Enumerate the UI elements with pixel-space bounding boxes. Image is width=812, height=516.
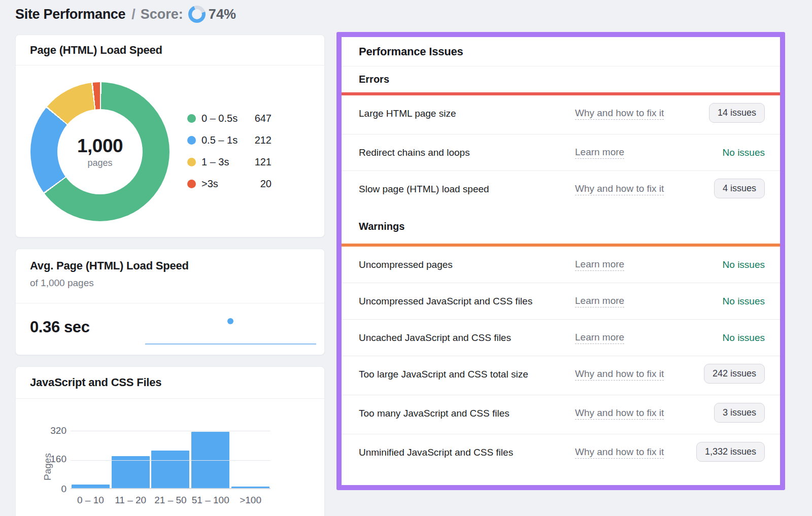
issues-section-warnings: WarningsUncompressed pagesLearn moreNo i… [342,210,780,473]
issues-section-errors: ErrorsLarge HTML page sizeWhy and how to… [342,66,780,210]
page-load-speed-card: Page (HTML) Load Speed 1,000 pages 0 – 0… [15,35,325,237]
panel-header: Performance Issues [342,37,780,66]
legend-label: 1 – 3s [201,156,249,168]
avg-load-speed-card: Avg. Page (HTML) Load Speed of 1,000 pag… [15,249,325,355]
score-ring-icon [188,6,206,23]
legend-item: >3s20 [187,173,272,195]
issue-title: Uncompressed JavaScript and CSS files [359,294,536,308]
why-how-to-fix-link[interactable]: Why and how to fix it [575,406,664,420]
score-ring-hole [192,9,202,19]
legend-item: 0 – 0.5s647 [187,108,272,129]
why-how-to-fix-link[interactable]: Why and how to fix it [575,182,664,195]
card-header: Avg. Page (HTML) Load Speed of 1,000 pag… [16,249,324,303]
x-tick-label: 21 – 50 [151,495,191,506]
y-axis-label: Pages [42,444,53,490]
donut-center: 1,000 pages [57,109,143,194]
bar-slot [190,431,230,488]
trend-line [145,343,316,345]
issues-count-button[interactable]: 1,332 issues [696,442,765,462]
legend-value: 212 [249,134,272,146]
issues-count-button[interactable]: 242 issues [704,364,765,384]
card-header: Page (HTML) Load Speed [16,35,324,65]
bar-21 – 50 [151,451,189,488]
legend-label: 0.5 – 1s [201,134,249,146]
card-title: Avg. Page (HTML) Load Speed [30,259,310,272]
score-value: 74% [209,7,236,22]
issue-title: Uncached JavaScript and CSS files [359,331,536,345]
issue-row: Slow page (HTML) load speedWhy and how t… [342,170,780,210]
avg-speed-value: 0.36 sec [30,318,89,336]
donut-total-label: pages [87,158,112,168]
bar-chart [71,431,270,489]
issue-title: Slow page (HTML) load speed [359,182,536,196]
bar->100 [231,487,269,488]
x-tick-label: 11 – 20 [111,495,151,506]
issue-row: Unminified JavaScript and CSS filesWhy a… [342,434,780,473]
card-subtitle: of 1,000 pages [30,278,310,289]
legend-value: 121 [249,156,272,168]
gridline [71,460,270,461]
bars [71,431,270,488]
bar-0 – 10 [72,485,110,488]
js-css-files-card: JavaScript and CSS Files Pages 0160320 0… [15,366,325,516]
performance-issues-panel: Performance Issues ErrorsLarge HTML page… [336,32,785,490]
issues-count-button[interactable]: 4 issues [714,179,765,198]
learn-more-link[interactable]: Learn more [575,146,624,159]
no-issues-status: No issues [723,258,765,271]
legend-item: 0.5 – 1s212 [187,129,272,151]
issue-row: Too large JavaScript and CSS total sizeW… [342,356,780,395]
load-speed-donut-chart: 1,000 pages [30,82,170,221]
section-heading: Warnings [342,210,780,244]
legend-dot-icon [187,114,196,123]
legend-dot-icon [187,136,196,145]
bar-11 – 20 [112,456,150,488]
learn-more-link[interactable]: Learn more [575,258,624,271]
issue-row: Too many JavaScript and CSS filesWhy and… [342,395,780,434]
load-speed-legend: 0 – 0.5s6470.5 – 1s2121 – 3s121>3s20 [187,108,272,195]
issue-title: Redirect chains and loops [359,146,536,159]
y-tick-label: 160 [36,454,66,465]
page-title: Site Performance [15,7,125,22]
bar-slot [71,431,111,488]
issue-row: Uncached JavaScript and CSS filesLearn m… [342,319,780,356]
issue-row: Uncompressed JavaScript and CSS filesLea… [342,283,780,319]
section-heading: Errors [342,66,780,92]
y-tick-label: 0 [36,484,66,495]
no-issues-status: No issues [723,331,765,345]
legend-label: >3s [201,178,249,190]
learn-more-link[interactable]: Learn more [575,294,624,307]
trend-point-marker [227,318,233,324]
issue-row: Uncompressed pagesLearn moreNo issues [342,247,780,283]
why-how-to-fix-link[interactable]: Why and how to fix it [575,107,664,120]
legend-value: 20 [249,178,272,190]
issue-title: Too large JavaScript and CSS total size [359,367,536,381]
score-label: Score: [141,7,183,22]
panel-title: Performance Issues [359,45,463,58]
x-tick-label: >100 [230,495,270,506]
card-header: JavaScript and CSS Files [16,367,324,399]
legend-dot-icon [187,180,196,188]
gridline [71,431,270,431]
issues-count-button[interactable]: 3 issues [714,403,765,423]
no-issues-status: No issues [723,146,765,159]
why-how-to-fix-link[interactable]: Why and how to fix it [575,367,664,381]
legend-dot-icon [187,158,196,166]
x-tick-label: 0 – 10 [71,495,111,506]
page-header: Site Performance / Score: 74% [15,4,236,24]
y-tick-label: 320 [36,425,66,436]
issue-title: Too many JavaScript and CSS files [359,406,536,420]
x-tick-label: 51 – 100 [190,495,230,506]
bar-slot [151,431,191,488]
legend-value: 647 [249,113,272,124]
issue-title: Uncompressed pages [359,258,536,271]
donut-total-pages: 1,000 [77,135,123,157]
issues-count-button[interactable]: 14 issues [709,103,765,123]
issue-sections: ErrorsLarge HTML page sizeWhy and how to… [342,66,780,473]
learn-more-link[interactable]: Learn more [575,331,624,344]
bar-slot [230,431,270,488]
site-performance-dashboard: Site Performance / Score: 74% Page (HTML… [0,0,812,516]
card-title: JavaScript and CSS Files [30,376,161,389]
issue-row: Redirect chains and loopsLearn moreNo is… [342,134,780,170]
legend-label: 0 – 0.5s [201,113,249,124]
why-how-to-fix-link[interactable]: Why and how to fix it [575,445,664,459]
